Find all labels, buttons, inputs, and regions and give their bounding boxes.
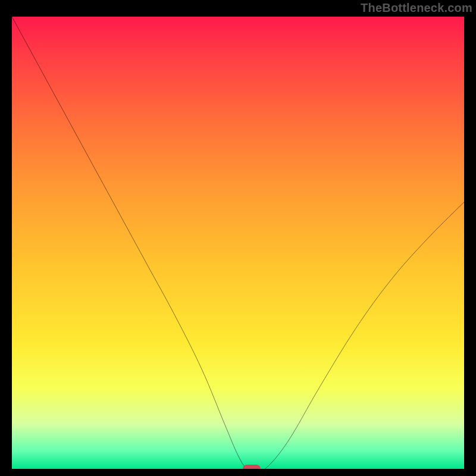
curve-path: [12, 17, 464, 469]
bottleneck-curve: [12, 17, 464, 469]
chart-frame: TheBottleneck.com: [0, 0, 476, 476]
min-marker: [243, 465, 261, 469]
plot-area: [12, 17, 464, 469]
watermark-text: TheBottleneck.com: [361, 1, 472, 15]
